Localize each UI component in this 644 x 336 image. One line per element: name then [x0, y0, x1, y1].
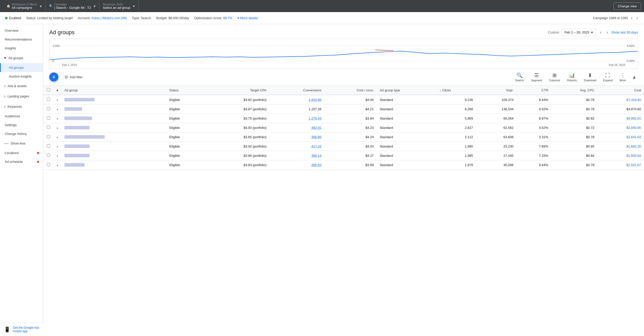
row-checkbox[interactable]: [47, 163, 50, 166]
select-all-checkbox[interactable]: [47, 88, 50, 91]
row-checkbox-cell[interactable]: [43, 160, 53, 170]
segment-button[interactable]: ☰ Segment: [529, 71, 545, 83]
row-adgroup-name[interactable]: [61, 132, 166, 142]
row-adgroup-name[interactable]: [61, 95, 166, 104]
more-button[interactable]: ⋮ More: [617, 71, 628, 83]
collapse-toolbar-button[interactable]: ▲: [630, 73, 638, 81]
sidebar-item-change-history[interactable]: Change history: [0, 129, 43, 138]
row-conversions[interactable]: 386.86: [269, 132, 324, 142]
date-range-button[interactable]: Feb 1 – 28, 2023 ▾: [561, 28, 596, 36]
row-adgroup-name[interactable]: [61, 151, 166, 160]
cost-link[interactable]: $2,040.90: [626, 126, 641, 130]
row-cost[interactable]: $1,541.67: [597, 160, 644, 170]
sidebar-landing-pages-group[interactable]: › Landing pages: [0, 91, 43, 101]
conversions-link[interactable]: 417.22: [311, 144, 321, 148]
row-checkbox[interactable]: [47, 154, 50, 157]
cost-link[interactable]: $7,319.40: [626, 98, 641, 102]
row-checkbox[interactable]: [47, 144, 50, 147]
cost-link[interactable]: $1,641.02: [626, 135, 641, 139]
next-campaign-button[interactable]: ›: [635, 14, 639, 22]
row-checkbox[interactable]: [47, 135, 50, 138]
sidebar-item-auction-insights[interactable]: Auction insights: [0, 72, 43, 81]
th-cost[interactable]: Cost: [597, 86, 644, 95]
row-cost[interactable]: $1,682.25: [597, 142, 644, 151]
change-view-button[interactable]: Change view: [614, 3, 641, 10]
th-impr[interactable]: Impr.: [476, 86, 516, 95]
th-adgroup-type[interactable]: Ad group type: [377, 86, 436, 95]
workspace-nav[interactable]: 🏠 Workspace (2 filters) All campaigns ▾: [3, 0, 46, 12]
th-adgroup[interactable]: Ad group: [61, 86, 166, 95]
row-checkbox-cell[interactable]: [43, 114, 53, 123]
conversions-link[interactable]: 482.91: [311, 126, 321, 130]
prev-date-button[interactable]: ‹: [598, 28, 603, 36]
row-cost[interactable]: $2,040.90: [597, 123, 644, 132]
th-conversions[interactable]: Conversions: [269, 86, 324, 95]
columns-button[interactable]: ⊞ Columns: [547, 71, 562, 83]
row-conversions[interactable]: 1,810.96: [269, 95, 324, 104]
row-conversions[interactable]: 417.22: [269, 142, 324, 151]
row-adgroup-name[interactable]: [61, 123, 166, 132]
row-checkbox-cell[interactable]: [43, 151, 53, 160]
th-clicks[interactable]: ↓ Clicks: [436, 86, 476, 95]
mobile-app-footer[interactable]: 📱 Get the Google Ads mobile app: [0, 323, 43, 336]
add-fab-button[interactable]: +: [49, 72, 58, 82]
cost-link[interactable]: $4,902.61: [626, 117, 641, 120]
conversions-link[interactable]: 385.93: [311, 163, 321, 167]
sidebar-item-overview[interactable]: Overview: [0, 26, 43, 35]
row-adgroup-name[interactable]: [61, 104, 166, 114]
sidebar-item-audiences[interactable]: Audiences: [0, 112, 43, 121]
sidebar-item-locations[interactable]: Locations: [0, 148, 43, 157]
row-conversions[interactable]: 1,276.43: [269, 114, 324, 123]
row-checkbox[interactable]: [47, 126, 50, 129]
row-conversions[interactable]: 390.14: [269, 151, 324, 160]
row-checkbox-cell[interactable]: [43, 132, 53, 142]
sidebar-ads-assets-group[interactable]: › Ads & assets: [0, 81, 43, 91]
row-cost[interactable]: $7,319.40: [597, 95, 644, 104]
sidebar-adgroups-group[interactable]: ▾ Ad groups: [0, 53, 43, 63]
row-adgroup-name[interactable]: [61, 142, 166, 151]
add-filter-button[interactable]: ⊜ Add filter: [62, 73, 85, 81]
conversions-link[interactable]: 386.86: [311, 135, 321, 139]
row-checkbox-cell[interactable]: [43, 104, 53, 114]
row-checkbox-cell[interactable]: [43, 142, 53, 151]
row-adgroup-name[interactable]: [61, 160, 166, 170]
conversions-link[interactable]: 1,810.96: [309, 98, 321, 102]
adgroups-nav[interactable]: Ad groups (416) Select an ad group ▾: [99, 0, 139, 12]
show-less-button[interactable]: — Show less: [0, 138, 43, 148]
th-avg-cpc[interactable]: Avg. CPC: [551, 86, 597, 95]
sidebar-item-settings[interactable]: Settings: [0, 121, 43, 129]
search-toolbar-button[interactable]: 🔍 Search: [513, 71, 527, 83]
th-target-cpa[interactable]: Target CPA: [204, 86, 269, 95]
sidebar-item-adgroups[interactable]: Ad groups: [0, 63, 43, 72]
row-checkbox[interactable]: [47, 107, 50, 110]
select-all-header[interactable]: [43, 86, 53, 95]
conversions-link[interactable]: 390.14: [311, 154, 321, 158]
row-checkbox[interactable]: [47, 116, 50, 120]
cost-link[interactable]: $1,541.67: [626, 163, 641, 167]
row-checkbox-cell[interactable]: [43, 95, 53, 104]
sidebar-item-adschedule[interactable]: Ad schedule: [0, 157, 43, 166]
cost-link[interactable]: $1,682.25: [626, 144, 641, 148]
row-conversions[interactable]: 482.91: [269, 123, 324, 132]
sidebar-item-insights[interactable]: Insights: [0, 44, 43, 53]
campaign-nav[interactable]: 🔍 Campaign | Search - Google IM - T2 ▾: [46, 0, 99, 12]
account-link[interactable]: Autos | iMotors.com (IM): [91, 16, 127, 20]
more-details-link[interactable]: ▾ More details: [237, 16, 258, 20]
sidebar-keywords-group[interactable]: › Keywords: [0, 101, 43, 112]
row-checkbox-cell[interactable]: [43, 123, 53, 132]
download-button[interactable]: ⬇ Download: [581, 71, 599, 83]
row-conversions[interactable]: 385.93: [269, 160, 324, 170]
reports-button[interactable]: 📊 Reports: [565, 71, 579, 83]
next-date-button[interactable]: ›: [605, 28, 609, 36]
sidebar-item-recommendations[interactable]: Recommendations: [0, 35, 43, 44]
row-cost[interactable]: $1,641.02: [597, 132, 644, 142]
row-cost[interactable]: $1,665.54: [597, 151, 644, 160]
conversions-link[interactable]: 1,276.43: [309, 117, 321, 120]
row-cost[interactable]: $4,902.61: [597, 114, 644, 123]
th-cost-conv[interactable]: Cost / conv.: [325, 86, 377, 95]
show-last-30-days-button[interactable]: Show last 30 days: [611, 30, 638, 34]
th-ctr[interactable]: CTR: [516, 86, 551, 95]
row-checkbox[interactable]: [47, 98, 50, 101]
th-status[interactable]: Status: [166, 86, 204, 95]
cost-link[interactable]: $1,665.54: [626, 154, 641, 158]
